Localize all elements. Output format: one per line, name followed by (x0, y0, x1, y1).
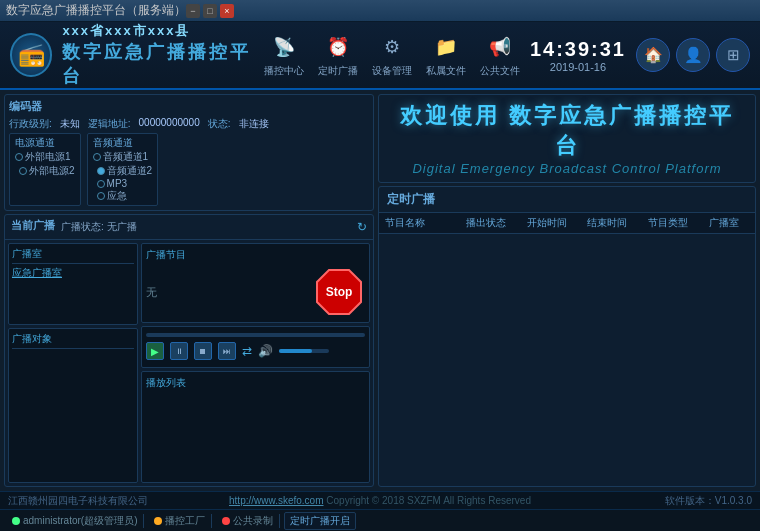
timed-broadcast-button[interactable]: 定时广播开启 (284, 512, 356, 530)
record-indicator (222, 517, 230, 525)
broadcast-right: 广播节目 无 Stop (141, 243, 370, 483)
welcome-subtitle: Digital Emergency Broadcast Control Plat… (389, 161, 745, 176)
footer-copyright-text: Copyright © 2018 SXZFM All Rights Reserv… (326, 495, 531, 506)
stop-ctrl-button[interactable]: ⏹ (194, 342, 212, 360)
minimize-button[interactable]: − (186, 4, 200, 18)
electric-channel-box: 电源通道 外部电源1 外部电源2 (9, 133, 81, 206)
broadcast-left: 广播室 应急广播室 广播对象 (8, 243, 138, 483)
nav-private-label: 私属文件 (426, 64, 466, 78)
footer: 江西赣州园四电子科技有限公司 http://www.skefo.com Copy… (0, 491, 760, 509)
audio-mp3-label: MP3 (107, 178, 128, 189)
program-panel: 广播节目 无 Stop (141, 243, 370, 323)
nav-private-files[interactable]: 📁 私属文件 (426, 32, 466, 78)
title-text: xxx省xxx市xxx县 数字应急广播播控平台 (62, 22, 264, 88)
electric-ch2-label: 外部电源2 (29, 164, 75, 178)
logic-addr-label: 逻辑地址: (88, 117, 131, 131)
welcome-banner: 欢迎使用 数字应急广播播控平台 Digital Emergency Broadc… (378, 94, 756, 183)
nav-device-mgmt[interactable]: ⚙ 设备管理 (372, 32, 412, 78)
window-controls: − □ × (186, 4, 234, 18)
repeat-icon[interactable]: ⇄ (242, 344, 252, 358)
broadcast-body: 广播室 应急广播室 广播对象 广播节目 无 (5, 240, 373, 486)
clock-date: 2019-01-16 (550, 61, 606, 73)
encoder-info-row: 行政级别: 未知 逻辑地址: 00000000000 状态: 非连接 (9, 117, 369, 131)
nav-public-files[interactable]: 📢 公共文件 (480, 32, 520, 78)
pause-button[interactable]: ⏸ (170, 342, 188, 360)
grid-button[interactable]: ⊞ (716, 38, 750, 72)
footer-copyright: http://www.skefo.com Copyright © 2018 SX… (194, 495, 566, 506)
audio-ch2-label: 音频通道2 (107, 164, 153, 178)
maximize-button[interactable]: □ (203, 4, 217, 18)
header-subtitle: xxx省xxx市xxx县 (62, 22, 264, 40)
current-broadcast-title: 当前广播 (11, 218, 55, 233)
audio-ch1-dot (93, 153, 101, 161)
audio-ch2: 音频通道2 (97, 164, 153, 178)
user-indicator (12, 517, 20, 525)
footer-link[interactable]: http://www.skefo.com (229, 495, 323, 506)
stop-button[interactable]: Stop (313, 266, 365, 318)
table-header: 节目名称 播出状态 开始时间 结束时间 节目类型 广播室 (379, 213, 755, 234)
close-button[interactable]: × (220, 4, 234, 18)
title-bar: 数字应急广播播控平台（服务端） − □ × (0, 0, 760, 22)
welcome-title: 欢迎使用 数字应急广播播控平台 (389, 101, 745, 161)
nav-monitor-label: 播控中心 (264, 64, 304, 78)
clock-time: 14:39:31 (530, 38, 626, 61)
electric-channel-label: 电源通道 (15, 137, 55, 148)
timer-broadcast-icon: ⏰ (322, 32, 354, 62)
svg-text:Stop: Stop (326, 285, 353, 299)
electric-ch1-label: 外部电源1 (25, 150, 71, 164)
audio-mp3-dot (97, 180, 105, 188)
encoder-section: 编码器 行政级别: 未知 逻辑地址: 00000000000 状态: 非连接 电… (4, 94, 374, 211)
clock-area: 14:39:31 2019-01-16 (530, 38, 626, 73)
electric-ch1: 外部电源1 (15, 150, 75, 164)
volume-slider[interactable] (279, 349, 329, 353)
electric-ch2: 外部电源2 (19, 164, 75, 178)
monitor-center-icon: 📡 (268, 32, 300, 62)
progress-panel: ▶ ⏸ ⏹ ⏭ ⇄ 🔊 (141, 326, 370, 368)
play-button[interactable]: ▶ (146, 342, 164, 360)
player-controls: ▶ ⏸ ⏹ ⏭ ⇄ 🔊 (146, 339, 365, 363)
scheduled-header: 定时广播 (379, 187, 755, 213)
current-broadcast-header: 当前广播 广播状态: 无广播 ↻ (5, 215, 373, 240)
col-type: 节目类型 (648, 216, 709, 230)
current-broadcast: 当前广播 广播状态: 无广播 ↻ 广播室 应急广播室 广播对象 广播节目 (4, 214, 374, 487)
playlist-panel: 播放列表 (141, 371, 370, 483)
scheduled-table: 节目名称 播出状态 开始时间 结束时间 节目类型 广播室 (379, 213, 755, 486)
main-content: 编码器 行政级别: 未知 逻辑地址: 00000000000 状态: 非连接 电… (0, 90, 760, 491)
audio-emergency-dot (97, 192, 105, 200)
broadcast-room-link[interactable]: 应急广播室 (12, 266, 134, 280)
nav-device-label: 设备管理 (372, 64, 412, 78)
progress-bar (146, 333, 365, 337)
electric-ch1-dot (15, 153, 23, 161)
right-panel: 欢迎使用 数字应急广播播控平台 Digital Emergency Broadc… (378, 94, 756, 487)
program-value: 无 (146, 285, 157, 300)
footer-company: 江西赣州园四电子科技有限公司 (8, 494, 194, 508)
nav-monitor-center[interactable]: 📡 播控中心 (264, 32, 304, 78)
user-button[interactable]: 👤 (676, 38, 710, 72)
col-name: 节目名称 (385, 216, 466, 230)
footer-version: 软件版本：V1.0.3.0 (566, 494, 752, 508)
playlist-title: 播放列表 (146, 376, 365, 390)
volume-fill (279, 349, 312, 353)
status-record: 公共录制 (216, 514, 280, 528)
private-files-icon: 📁 (430, 32, 462, 62)
broadcast-room-panel: 广播室 应急广播室 (8, 243, 138, 325)
status-record-label: 公共录制 (233, 514, 273, 528)
device-mgmt-icon: ⚙ (376, 32, 408, 62)
status-label: 状态: (208, 117, 231, 131)
home-button[interactable]: 🏠 (636, 38, 670, 72)
volume-icon[interactable]: 🔊 (258, 344, 273, 358)
col-status: 播出状态 (466, 216, 527, 230)
audio-emergency-label: 应急 (107, 189, 127, 203)
audio-ch2-dot (97, 167, 105, 175)
header: 📻 xxx省xxx市xxx县 数字应急广播播控平台 📡 播控中心 ⏰ 定时广播 … (0, 22, 760, 90)
admin-level-label: 行政级别: (9, 117, 52, 131)
scheduled-broadcast: 定时广播 节目名称 播出状态 开始时间 结束时间 节目类型 广播室 (378, 186, 756, 487)
refresh-icon[interactable]: ↻ (357, 220, 367, 234)
progress-area (146, 331, 365, 339)
title-bar-text: 数字应急广播播控平台（服务端） (6, 2, 186, 19)
status-user-label: administrator(超级管理员) (23, 514, 137, 528)
next-button[interactable]: ⏭ (218, 342, 236, 360)
broadcast-box-panel: 广播对象 (8, 328, 138, 483)
status-bar: administrator(超级管理员) 播控工厂 公共录制 定时广播开启 (0, 509, 760, 531)
nav-timer-broadcast[interactable]: ⏰ 定时广播 (318, 32, 358, 78)
